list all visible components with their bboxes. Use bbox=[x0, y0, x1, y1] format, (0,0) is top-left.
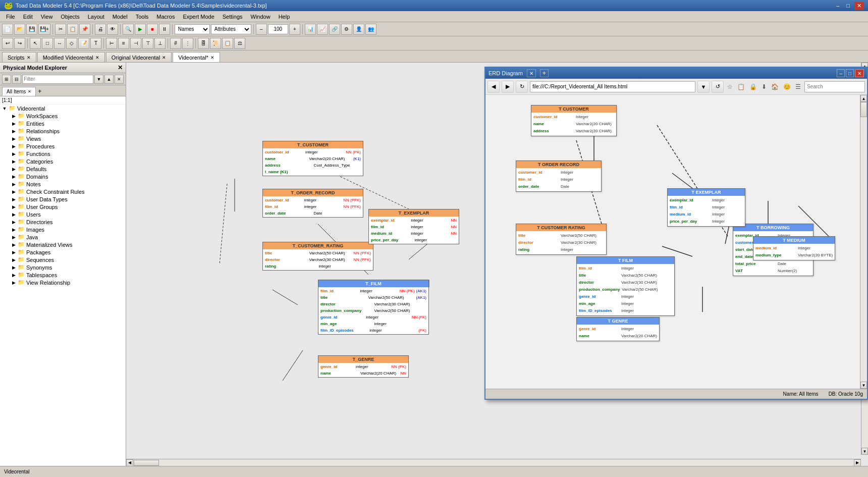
tree-item-packages[interactable]: ▶ 📁 Packages bbox=[0, 248, 126, 256]
table-t-genre[interactable]: T_GENRE genre_id integer NN (PK) name Va… bbox=[318, 355, 409, 378]
browser-go-btn[interactable]: ▼ bbox=[697, 81, 710, 93]
browser-table-t-customer-rating[interactable]: T CUSTOMER RATING titleVarchar2(50 CHAR)… bbox=[516, 224, 607, 255]
browser-home-btn[interactable]: 🏠 bbox=[770, 83, 780, 90]
table-t-exemplar[interactable]: T_EXEMPLAR exemplar_id integer NN film_i… bbox=[368, 209, 459, 244]
domains-toggle[interactable]: ▶ bbox=[10, 174, 17, 179]
browser-star-btn[interactable]: ☆ bbox=[726, 83, 734, 90]
run-btn[interactable]: ▶ bbox=[135, 24, 146, 35]
table-t-film[interactable]: T_FILM film_id integer NN (PK) (AK1) tit… bbox=[318, 280, 429, 335]
browser-close-btn[interactable]: ✕ bbox=[855, 69, 864, 77]
paste-btn[interactable]: 📌 bbox=[79, 24, 90, 35]
add-workspace-tab-btn[interactable]: + bbox=[36, 87, 43, 96]
panel-collapse-btn[interactable]: ⊞ bbox=[2, 75, 11, 84]
browser-table-t-exemplar[interactable]: T EXEMPLAR exemplar_idInteger film_idInt… bbox=[667, 188, 745, 227]
browser-table-t-customer[interactable]: T CUSTOMER customer_idInteger nameVarcha… bbox=[531, 105, 617, 136]
images-toggle[interactable]: ▶ bbox=[10, 227, 17, 232]
tree-item-user-groups[interactable]: ▶ 📁 User Groups bbox=[0, 203, 126, 210]
tab-modified-close[interactable]: ✕ bbox=[95, 55, 99, 60]
minimize-button[interactable]: – bbox=[834, 2, 842, 10]
tree-item-relationships[interactable]: ▶ 📁 Relationships bbox=[0, 127, 126, 135]
align-bottom-btn[interactable]: ⊥ bbox=[154, 38, 166, 49]
tree-item-functions[interactable]: ▶ 📁 Functions bbox=[0, 150, 126, 157]
tree-item-tablespaces[interactable]: ▶ 📁 Tablespaces bbox=[0, 271, 126, 279]
tree-item-images[interactable]: ▶ 📁 Images bbox=[0, 226, 126, 233]
entity-btn[interactable]: □ bbox=[42, 38, 53, 49]
menu-tools[interactable]: Tools bbox=[132, 13, 153, 21]
tree-item-domains[interactable]: ▶ 📁 Domains bbox=[0, 173, 126, 180]
find-btn[interactable]: 🔍 bbox=[123, 24, 134, 35]
tree-item-defaults[interactable]: ▶ 📁 Defaults bbox=[0, 165, 126, 173]
menu-settings[interactable]: Settings bbox=[219, 13, 247, 21]
browser-forward-btn[interactable]: ▶ bbox=[502, 81, 514, 93]
menu-help[interactable]: Help bbox=[275, 13, 294, 21]
stop-btn[interactable]: ■ bbox=[147, 24, 158, 35]
browser-menu-btn[interactable]: ☰ bbox=[794, 83, 802, 90]
filter-input[interactable] bbox=[22, 75, 93, 84]
entities-toggle[interactable]: ▶ bbox=[10, 121, 17, 126]
java-toggle[interactable]: ▶ bbox=[10, 235, 17, 240]
browser-smiley-btn[interactable]: 😊 bbox=[782, 83, 792, 90]
compare-btn[interactable]: ⚖ bbox=[234, 38, 245, 49]
cut-btn[interactable]: ✂ bbox=[55, 24, 66, 35]
panel-expand-btn[interactable]: ⊟ bbox=[12, 75, 21, 84]
browser-home-icon-btn[interactable]: 📋 bbox=[736, 83, 746, 90]
open-btn[interactable]: 📂 bbox=[14, 24, 25, 35]
tool3[interactable]: 🔗 bbox=[329, 24, 340, 35]
procedures-toggle[interactable]: ▶ bbox=[10, 144, 17, 149]
tab-videorental[interactable]: Videorental* ✕ bbox=[173, 52, 220, 62]
tablespaces-toggle[interactable]: ▶ bbox=[10, 273, 17, 278]
zoom-in-btn[interactable]: + bbox=[289, 24, 300, 35]
save-btn[interactable]: 💾 bbox=[26, 24, 37, 35]
tab-modified-videorental[interactable]: Modified Videorental ✕ bbox=[37, 52, 105, 62]
table-t-customer[interactable]: T_CUSTOMER customer_id integer NN (PK) n… bbox=[262, 141, 363, 176]
browser-table-t-medium[interactable]: T MEDIUM medium_idInteger medium_typeVar… bbox=[753, 236, 835, 260]
tool6[interactable]: 👥 bbox=[365, 24, 376, 35]
tab-scripts-close[interactable]: ✕ bbox=[27, 55, 31, 60]
close-button[interactable]: ✕ bbox=[854, 2, 864, 10]
zoom-input[interactable] bbox=[268, 24, 288, 34]
menu-edit[interactable]: Edit bbox=[19, 13, 37, 21]
tool2[interactable]: 📈 bbox=[317, 24, 328, 35]
tab-original-videorental[interactable]: Original Videorental ✕ bbox=[106, 52, 172, 62]
filter-down-btn[interactable]: ▼ bbox=[94, 75, 103, 84]
align-top-btn[interactable]: ⊤ bbox=[142, 38, 153, 49]
tab-scripts[interactable]: Scripts ✕ bbox=[2, 52, 36, 62]
align-right-btn[interactable]: ⊣ bbox=[130, 38, 141, 49]
tab-original-close[interactable]: ✕ bbox=[162, 55, 166, 60]
browser-table-t-film[interactable]: T FILM film_idInteger titleVarchar2(50 C… bbox=[576, 256, 675, 316]
directories-toggle[interactable]: ▶ bbox=[10, 220, 17, 225]
snap-btn[interactable]: ⋮ bbox=[182, 38, 193, 49]
filter-clear-btn[interactable]: ✕ bbox=[115, 75, 124, 84]
tree-item-materialized-views[interactable]: ▶ 📁 Materialized Views bbox=[0, 241, 126, 248]
materialized-views-toggle[interactable]: ▶ bbox=[10, 242, 17, 247]
menu-view[interactable]: View bbox=[37, 13, 57, 21]
browser-diagram-add[interactable]: + bbox=[540, 69, 549, 77]
maximize-button[interactable]: □ bbox=[844, 2, 852, 10]
browser-shield-btn[interactable]: 🔒 bbox=[748, 83, 758, 90]
sequences-toggle[interactable]: ▶ bbox=[10, 257, 17, 262]
categories-toggle[interactable]: ▶ bbox=[10, 159, 17, 164]
db-btn[interactable]: 🗄 bbox=[198, 38, 209, 49]
root-toggle[interactable]: ▼ bbox=[1, 106, 8, 111]
browser-search-input[interactable] bbox=[804, 81, 865, 92]
view-relationship-toggle[interactable]: ▶ bbox=[10, 280, 17, 285]
tree-item-procedures[interactable]: ▶ 📁 Procedures bbox=[0, 142, 126, 150]
browser-erd-canvas[interactable]: T CUSTOMER customer_idInteger nameVarcha… bbox=[485, 95, 867, 389]
copy-btn[interactable]: 📋 bbox=[67, 24, 78, 35]
preview-btn[interactable]: 👁 bbox=[107, 24, 118, 35]
grid-btn[interactable]: # bbox=[170, 38, 181, 49]
tree-item-synonyms[interactable]: ▶ 📁 Synonyms bbox=[0, 263, 126, 271]
tool5[interactable]: 👤 bbox=[353, 24, 364, 35]
new-btn[interactable]: 📄 bbox=[2, 24, 13, 35]
functions-toggle[interactable]: ▶ bbox=[10, 151, 17, 156]
note-btn[interactable]: 📝 bbox=[78, 38, 89, 49]
tree-item-entities[interactable]: ▶ 📁 Entities bbox=[0, 120, 126, 127]
synonyms-toggle[interactable]: ▶ bbox=[10, 265, 17, 270]
all-items-tab[interactable]: All Items ✕ bbox=[2, 87, 36, 96]
tree-item-java[interactable]: ▶ 📁 Java bbox=[0, 233, 126, 241]
attributes-select[interactable]: Attributes bbox=[211, 24, 251, 34]
browser-table-t-genre[interactable]: T GENRE genre_idInteger nameVarchar2(20 … bbox=[576, 317, 660, 341]
tree-item-check-constraint[interactable]: ▶ 📁 Check Constraint Rules bbox=[0, 188, 126, 195]
undo-btn[interactable]: ↩ bbox=[2, 38, 13, 49]
pause-btn[interactable]: ⏸ bbox=[159, 24, 170, 35]
